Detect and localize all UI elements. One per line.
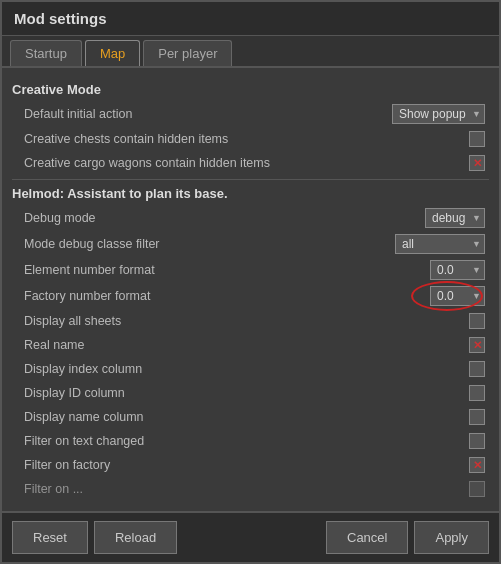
- row-filter-other: Filter on ...: [12, 477, 489, 501]
- control-display-name-column: [469, 409, 485, 425]
- label-debug-filter: Mode debug classe filter: [24, 237, 395, 251]
- reload-button[interactable]: Reload: [94, 521, 177, 554]
- mod-settings-window: Mod settings Startup Map Per player Crea…: [0, 0, 501, 564]
- label-display-id-column: Display ID column: [24, 386, 469, 400]
- label-debug-mode: Debug mode: [24, 211, 425, 225]
- label-real-name: Real name: [24, 338, 469, 352]
- label-display-name-column: Display name column: [24, 410, 469, 424]
- checkbox-display-index-column[interactable]: [469, 361, 485, 377]
- control-factory-number-format: 0.0: [430, 286, 485, 306]
- dropdown-initial-action[interactable]: Show popup: [392, 104, 485, 124]
- checkbox-real-name[interactable]: ✕: [469, 337, 485, 353]
- row-display-index-column: Display index column: [12, 357, 489, 381]
- row-debug-filter: Mode debug classe filter all: [12, 231, 489, 257]
- dropdown-debug-filter[interactable]: all: [395, 234, 485, 254]
- control-real-name: ✕: [469, 337, 485, 353]
- section-divider: [12, 179, 489, 180]
- control-display-all-sheets: [469, 313, 485, 329]
- control-display-id-column: [469, 385, 485, 401]
- control-debug-mode: debug: [425, 208, 485, 228]
- dropdown-wrapper-factory-format: 0.0: [430, 286, 485, 306]
- row-real-name: Real name ✕: [12, 333, 489, 357]
- apply-button[interactable]: Apply: [414, 521, 489, 554]
- checkbox-creative-cargo[interactable]: ✕: [469, 155, 485, 171]
- tab-map[interactable]: Map: [85, 40, 140, 66]
- label-filter-text-changed: Filter on text changed: [24, 434, 469, 448]
- helmod-header: Helmod: Assistant to plan its base.: [12, 186, 489, 201]
- row-default-initial-action: Default initial action Show popup: [12, 101, 489, 127]
- tab-startup[interactable]: Startup: [10, 40, 82, 66]
- dropdown-factory-number-format[interactable]: 0.0: [430, 286, 485, 306]
- label-element-number-format: Element number format: [24, 263, 430, 277]
- label-creative-chests: Creative chests contain hidden items: [24, 132, 469, 146]
- settings-content: Creative Mode Default initial action Sho…: [2, 68, 499, 511]
- label-filter-factory: Filter on factory: [24, 458, 469, 472]
- window-title: Mod settings: [2, 2, 499, 36]
- dropdown-debug-mode[interactable]: debug: [425, 208, 485, 228]
- control-debug-filter: all: [395, 234, 485, 254]
- dropdown-wrapper-debug: debug: [425, 208, 485, 228]
- label-display-index-column: Display index column: [24, 362, 469, 376]
- control-creative-cargo: ✕: [469, 155, 485, 171]
- control-filter-factory: ✕: [469, 457, 485, 473]
- checkbox-creative-chests[interactable]: [469, 131, 485, 147]
- control-display-index-column: [469, 361, 485, 377]
- label-factory-number-format: Factory number format: [24, 289, 430, 303]
- checkbox-display-all-sheets[interactable]: [469, 313, 485, 329]
- row-creative-cargo: Creative cargo wagons contain hidden ite…: [12, 151, 489, 175]
- checkbox-filter-other[interactable]: [469, 481, 485, 497]
- row-factory-number-format: Factory number format 0.0: [12, 283, 489, 309]
- dropdown-wrapper-debug-filter: all: [395, 234, 485, 254]
- row-creative-chests: Creative chests contain hidden items: [12, 127, 489, 151]
- row-display-id-column: Display ID column: [12, 381, 489, 405]
- footer: Reset Reload Cancel Apply: [2, 511, 499, 562]
- row-display-all-sheets: Display all sheets: [12, 309, 489, 333]
- checkbox-display-id-column[interactable]: [469, 385, 485, 401]
- dropdown-wrapper-element-format: 0.0: [430, 260, 485, 280]
- control-element-number-format: 0.0: [430, 260, 485, 280]
- row-filter-factory: Filter on factory ✕: [12, 453, 489, 477]
- row-filter-text-changed: Filter on text changed: [12, 429, 489, 453]
- reset-button[interactable]: Reset: [12, 521, 88, 554]
- label-filter-other: Filter on ...: [24, 482, 469, 496]
- control-creative-chests: [469, 131, 485, 147]
- label-creative-cargo: Creative cargo wagons contain hidden ite…: [24, 156, 469, 170]
- checkbox-display-name-column[interactable]: [469, 409, 485, 425]
- tab-per-player[interactable]: Per player: [143, 40, 232, 66]
- label-default-initial-action: Default initial action: [24, 107, 392, 121]
- control-filter-other: [469, 481, 485, 497]
- cancel-button[interactable]: Cancel: [326, 521, 408, 554]
- dropdown-element-number-format[interactable]: 0.0: [430, 260, 485, 280]
- dropdown-wrapper-initial-action: Show popup: [392, 104, 485, 124]
- row-display-name-column: Display name column: [12, 405, 489, 429]
- control-default-initial-action: Show popup: [392, 104, 485, 124]
- row-debug-mode: Debug mode debug: [12, 205, 489, 231]
- footer-spacer: [183, 521, 320, 554]
- checkbox-filter-text-changed[interactable]: [469, 433, 485, 449]
- row-element-number-format: Element number format 0.0: [12, 257, 489, 283]
- control-filter-text-changed: [469, 433, 485, 449]
- tabs-bar: Startup Map Per player: [2, 36, 499, 68]
- label-display-all-sheets: Display all sheets: [24, 314, 469, 328]
- checkbox-filter-factory[interactable]: ✕: [469, 457, 485, 473]
- creative-mode-header: Creative Mode: [12, 82, 489, 97]
